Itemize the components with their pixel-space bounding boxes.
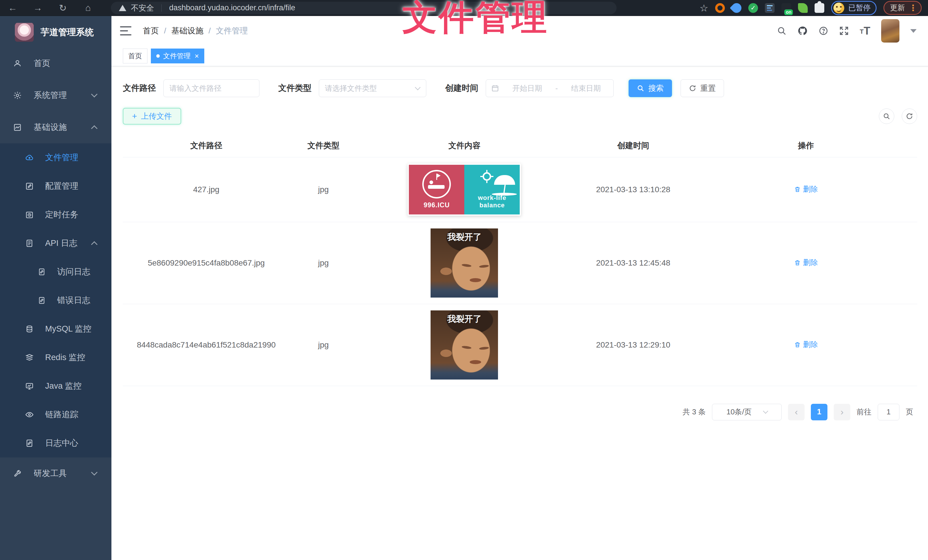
badge-left-panel: 996.ICU [409,165,464,215]
chevron-up-icon [91,241,98,248]
sidebar-item-config-management[interactable]: 配置管理 [0,172,111,201]
profile-paused-pill[interactable]: 已暂停 [831,1,876,15]
sidebar-logo-row[interactable]: 芋道管理系统 [0,16,111,47]
log-icon [25,239,34,248]
table-mini-actions [879,108,917,124]
extensions-puzzle-icon[interactable] [815,3,824,13]
sidebar-item-error-log[interactable]: 错误日志 [0,286,111,315]
not-secure-label[interactable]: 不安全 [131,3,154,13]
file-preview-meme-image[interactable]: 我裂开了 [430,228,498,298]
delete-button[interactable]: 删除 [794,184,818,194]
refresh-table-icon-button[interactable] [902,108,917,124]
tag-file-management[interactable]: 文件管理 × [151,49,204,63]
breadcrumb-section[interactable]: 基础设施 [171,26,203,36]
date-start-placeholder[interactable]: 开始日期 [505,84,550,93]
toggle-search-icon-button[interactable] [879,108,894,124]
app-logo [15,23,34,42]
sidebar-item-log-center[interactable]: 日志中心 [0,429,111,458]
eye-icon [25,410,34,419]
extension-on-badge: on [784,9,793,15]
tags-view-bar: 首页 文件管理 × [111,46,928,66]
sidebar-item-system[interactable]: 系统管理 [0,79,111,111]
caret-down-icon[interactable] [910,29,917,33]
breadcrumb-home[interactable]: 首页 [143,26,159,36]
browser-refresh-icon[interactable]: ↻ [50,3,75,14]
close-icon[interactable]: × [195,52,199,60]
sidebar-item-api-log[interactable]: API 日志 [0,229,111,257]
browser-menu-icon[interactable]: ⋮ [909,4,917,12]
sidebar-item-file-management[interactable]: 文件管理 [0,143,111,172]
file-preview-meme-image[interactable]: 我裂开了 [430,310,498,379]
browser-update-button[interactable]: 更新 ⋮ [884,1,922,15]
sidebar-item-label: API 日志 [45,237,78,249]
date-separator: - [556,84,558,93]
date-range-picker[interactable]: 开始日期 - 结束日期 [486,79,614,97]
user-avatar[interactable] [881,19,899,43]
extension-orange-icon[interactable] [715,3,725,13]
page-size-select[interactable]: 10条/页 [712,404,782,420]
gear-icon [13,91,22,100]
plus-icon: + [132,112,137,120]
sidebar-item-label: 文件管理 [45,152,78,163]
sidebar-item-tracing[interactable]: 链路追踪 [0,400,111,429]
sun-icon [482,172,491,181]
col-header-content: 文件内容 [357,134,572,157]
breadcrumb-separator: / [209,26,211,35]
wrench-icon [13,469,22,478]
extension-switch-icon[interactable]: on [781,3,791,13]
col-header-path: 文件路径 [123,134,290,157]
search-button[interactable]: 搜索 [629,79,672,97]
next-page-button[interactable]: › [834,404,850,420]
file-path-input[interactable] [163,79,259,97]
delete-button-label: 删除 [803,339,818,350]
current-page-button[interactable]: 1 [811,404,827,420]
bookmark-star-icon[interactable]: ☆ [700,2,708,14]
extension-green-check-icon[interactable]: ✓ [748,3,758,13]
navbar-actions: TT [777,19,917,43]
browser-profile-avatar [833,3,844,14]
log-icon [38,268,46,276]
extension-blue-drop-icon[interactable] [730,1,743,15]
hamburger-icon[interactable] [120,26,131,35]
page-content: 文件路径 文件类型 请选择文件类型 创建时间 开始日期 - 结束日期 搜索 [111,66,928,420]
infrastructure-icon [13,123,22,132]
reset-button[interactable]: 重置 [681,79,724,97]
sidebar-item-redis-monitor[interactable]: Redis 监控 [0,343,111,372]
help-icon[interactable] [818,26,828,36]
file-type-placeholder: 请选择文件类型 [325,84,377,93]
browser-home-icon[interactable]: ⌂ [75,3,101,13]
cell-create-time: 2021-03-13 12:45:48 [572,222,695,304]
not-secure-warning-icon [119,5,126,11]
extension-grid-icon[interactable] [765,3,775,13]
goto-page-input[interactable] [878,404,899,420]
sidebar-item-scheduled-jobs[interactable]: 定时任务 [0,201,111,229]
annotation-overlay-title: 文件管理 [402,0,549,37]
file-type-select[interactable]: 请选择文件类型 [319,79,426,97]
search-icon[interactable] [777,26,786,36]
page-unit-label: 页 [906,407,913,417]
file-preview-996-badge[interactable]: 996.ICU work-life balance [408,164,521,216]
browser-back-icon[interactable]: ← [0,3,25,13]
prev-page-button[interactable]: ‹ [788,404,804,420]
sidebar-item-dev-tools[interactable]: 研发工具 [0,458,111,490]
github-icon[interactable] [797,26,808,36]
delete-button[interactable]: 删除 [794,339,818,350]
browser-forward-icon[interactable]: → [25,3,50,13]
date-end-placeholder[interactable]: 结束日期 [563,84,608,93]
main-area: 首页 / 基础设施 / 文件管理 TT 首页 [111,16,928,560]
pagination-total: 共 3 条 [682,407,706,417]
sidebar-item-java-monitor[interactable]: Java 监控 [0,372,111,400]
extension-leaf-icon[interactable] [798,3,808,13]
font-size-icon[interactable]: TT [860,26,870,35]
sidebar-submenu-infra: 文件管理 配置管理 定时任务 API 日志 访问日志 [0,143,111,458]
delete-button[interactable]: 删除 [794,257,818,268]
upload-file-button[interactable]: + 上传文件 [123,108,181,125]
url-text[interactable]: dashboard.yudao.iocoder.cn/infra/file [169,3,295,12]
sidebar-item-home[interactable]: 首页 [0,47,111,79]
sidebar-item-mysql-monitor[interactable]: MySQL 监控 [0,315,111,343]
fullscreen-icon[interactable] [839,26,849,36]
sidebar-item-infra[interactable]: 基础设施 [0,111,111,143]
tag-home[interactable]: 首页 [123,49,147,63]
sidebar-item-label: Redis 监控 [45,352,85,363]
sidebar-item-access-log[interactable]: 访问日志 [0,257,111,286]
